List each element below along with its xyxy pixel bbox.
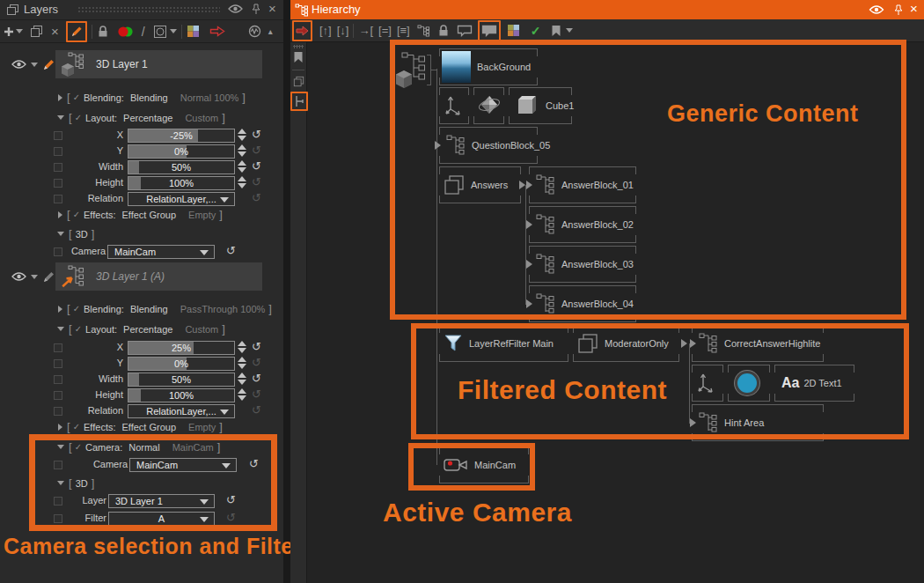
duplicate-layer-button[interactable] [30,23,43,41]
node-answer-block-3[interactable]: AnswerBlock_03 [529,246,636,283]
node-answer-block-4[interactable]: AnswerBlock_04 [529,285,636,322]
x-value-field[interactable]: -25% [128,129,235,143]
height-value-field[interactable]: 100% [128,176,235,190]
effects-group-row[interactable]: [✓ Effects: Effect Group Empty] [0,208,283,221]
reset-icon[interactable]: ↺ [252,356,261,370]
layer-expand-caret-icon[interactable] [31,63,38,67]
delete-layer-button[interactable]: × [51,23,59,41]
expand-down-icon[interactable] [57,327,64,331]
eye-icon[interactable] [869,4,884,15]
reset-icon[interactable]: ↺ [226,511,236,525]
reset-icon[interactable]: ↺ [249,457,259,471]
node-main-cam[interactable]: MainCam [439,446,529,483]
effects-group-row[interactable]: [✓ Effects: Effect Group Empty] [0,420,283,433]
camera-dropdown[interactable]: MainCam [129,458,237,472]
blending-group-row[interactable]: [↑] [✓ Blending: Blending Normal 100%] [0,91,283,104]
edit-pencil-icon[interactable] [42,57,55,71]
comment-button[interactable] [457,22,473,40]
pin-icon[interactable] [251,4,265,16]
node-material-circle[interactable] [728,365,770,402]
move-up-button[interactable]: [↑] [319,22,332,40]
layer-expand-caret-icon[interactable] [31,275,38,279]
3d-group-row[interactable]: [3D] [0,476,283,490]
node-answer-block-1[interactable]: AnswerBlock_01 [529,166,636,203]
value-spinner[interactable] [238,129,246,141]
relation-dropdown[interactable]: RelationLayer,... [128,404,235,418]
jump-to-node-button[interactable] [296,22,309,40]
group-check-icon[interactable]: ✓ [75,324,82,334]
node-correct-answer[interactable]: CorrectAnswerHighlite [692,325,824,362]
eye-icon[interactable] [228,4,242,16]
node-layer-ref-filter[interactable]: LayerRefFilter Main [439,325,568,362]
x-value-field[interactable]: 25% [128,341,235,355]
bookmark-tab-icon[interactable] [293,51,304,63]
node-cube1[interactable]: Cube1 [509,87,572,124]
layout-group-row[interactable]: [✓ Layout: Percentage Custom] [0,322,283,336]
animate-checkbox[interactable] [54,359,62,368]
group-check-icon[interactable]: ✓ [73,210,80,219]
node-hint-area[interactable]: Hint Area [692,404,824,441]
animate-checkbox[interactable] [54,195,62,203]
close-icon[interactable]: × [268,1,282,13]
insert-between-button[interactable]: [=] [378,22,392,40]
root-layer-icon[interactable] [395,50,432,91]
camera-dropdown[interactable]: MainCam [107,245,215,259]
insert-before-button[interactable]: →[ [358,22,373,40]
add-layer-button[interactable] [4,23,14,41]
value-spinner[interactable] [238,357,246,369]
close-icon[interactable]: × [910,1,918,16]
animate-checkbox[interactable] [54,407,62,416]
pin-icon[interactable] [893,4,904,16]
mask-mode-caret-icon[interactable] [170,23,177,41]
collapse-panel-icon[interactable]: ▴ [268,23,273,41]
layers-tab-icon[interactable] [293,76,304,87]
bookmark-button[interactable] [551,22,561,40]
layer1-header-bar[interactable]: 3D Layer 1 [55,50,262,78]
reset-icon[interactable]: ↺ [252,403,261,417]
value-spinner[interactable] [238,388,246,401]
y-value-field[interactable]: 0% [128,357,235,371]
node-moderator-only[interactable]: ModeratorOnly [573,325,679,362]
layer-dropdown[interactable]: 3D Layer 1 [108,494,215,508]
reset-icon[interactable]: ↺ [252,340,261,354]
color-scheme-button[interactable] [187,23,200,41]
node-axis-2[interactable] [692,365,723,402]
move-down-button[interactable]: [↓] [337,22,349,40]
value-spinner[interactable] [238,176,246,188]
lock-layer-button[interactable] [97,23,109,41]
y-value-field[interactable]: 0% [128,144,235,159]
animate-checkbox[interactable] [54,375,62,384]
reset-icon[interactable]: ↺ [226,244,236,258]
node-gimbal[interactable] [473,87,504,124]
slash-tool-button[interactable]: / [142,23,145,41]
layer-visibility-eye-icon[interactable] [11,59,26,70]
expand-down-icon[interactable] [57,445,64,449]
group-check-icon[interactable]: ✓ [73,422,80,432]
edit-pencil-icon[interactable] [42,269,55,284]
node-axis[interactable] [439,87,469,124]
value-spinner[interactable] [238,160,246,173]
animate-checkbox[interactable] [54,131,62,140]
node-background[interactable]: BackGround [439,48,538,85]
bookmark-caret-icon[interactable] [566,22,573,40]
animate-checkbox[interactable] [54,179,62,188]
animate-checkbox[interactable] [54,391,62,400]
animate-checkbox[interactable] [54,461,62,469]
subtree-button[interactable] [417,22,430,40]
3d-group-row[interactable]: [3D] [0,227,283,240]
add-layer-caret-icon[interactable] [16,23,23,41]
animate-checkbox[interactable] [54,147,62,156]
expand-down-icon[interactable] [57,115,64,120]
group-check-icon[interactable]: ✓ [73,304,80,314]
animate-checkbox[interactable] [54,343,62,352]
reset-icon[interactable]: ↺ [252,387,261,402]
layers-titlebar[interactable]: Layers × [0,0,283,20]
expand-right-icon[interactable] [58,424,62,431]
animation-button[interactable] [248,23,261,41]
relation-dropdown[interactable]: RelationLayer,... [128,192,235,206]
layer2-header-bar[interactable]: 3D Layer 1 (A) [55,262,262,291]
group-check-icon[interactable]: ✓ [75,113,82,122]
blending-group-row[interactable]: [✓ Blending: Blending PassThrough 100%] [0,302,283,315]
expand-down-icon[interactable] [57,481,64,485]
value-spinner[interactable] [238,341,246,353]
